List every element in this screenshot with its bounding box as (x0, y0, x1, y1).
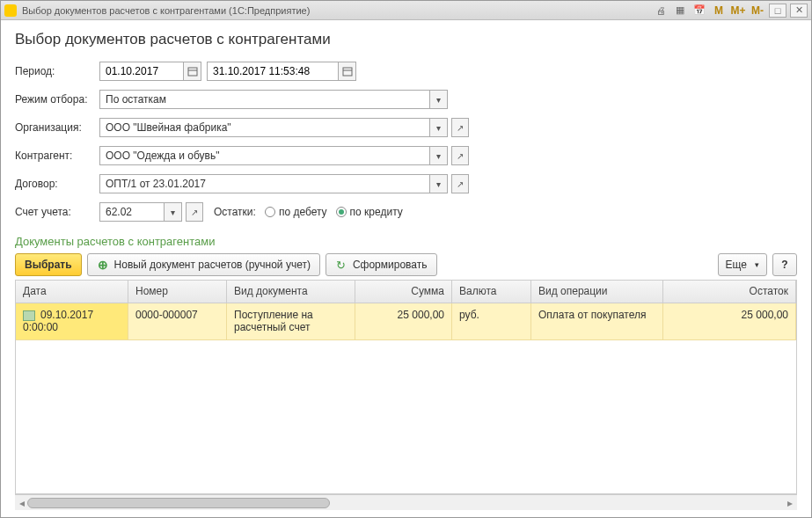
table-body: 09.10.2017 0:00:00 0000-000007 Поступлен… (16, 303, 796, 493)
filter-mode-row: Режим отбора: По остаткам ▾ (15, 89, 797, 110)
select-button[interactable]: Выбрать (15, 253, 82, 276)
page-title: Выбор документов расчетов с контрагентам… (15, 31, 797, 48)
radio-debit[interactable]: по дебету (265, 206, 327, 218)
svg-rect-2 (343, 68, 352, 76)
new-doc-button[interactable]: ⊕ Новый документ расчетов (ручной учет) (87, 253, 320, 276)
horizontal-scrollbar[interactable]: ◂ ▸ (15, 494, 797, 510)
counterparty-row: Контрагент: ООО "Одежда и обувь" ▾ ↗ (15, 145, 797, 166)
filter-mode-select[interactable]: По остаткам (99, 90, 430, 109)
radio-credit[interactable]: по кредиту (336, 206, 403, 218)
chevron-down-icon[interactable]: ▾ (430, 90, 448, 109)
chevron-down-icon[interactable]: ▾ (165, 202, 182, 222)
balances-group: Остатки: по дебету по кредиту (214, 206, 403, 218)
account-input[interactable]: 62.02 (99, 202, 165, 222)
org-wrap: ООО "Швейная фабрика" ▾ ↗ (99, 118, 469, 137)
radio-icon (336, 207, 347, 217)
balances-label: Остатки: (214, 206, 256, 218)
app-icon (4, 4, 17, 17)
table-row[interactable]: 09.10.2017 0:00:00 0000-000007 Поступлен… (16, 303, 796, 340)
document-icon (23, 310, 35, 321)
cell-operation: Оплата от покупателя (531, 303, 663, 340)
contract-input[interactable]: ОПТ/1 от 23.01.2017 (99, 174, 430, 193)
counterparty-wrap: ООО "Одежда и обувь" ▾ ↗ (99, 146, 469, 165)
help-button[interactable]: ? (772, 253, 797, 276)
chevron-down-icon: ▾ (755, 260, 759, 269)
filter-mode-wrap: По остаткам ▾ (99, 90, 448, 109)
maximize-button[interactable]: □ (769, 4, 786, 18)
period-row: Период: (15, 61, 797, 82)
counterparty-label: Контрагент: (15, 150, 99, 162)
org-label: Организация: (15, 121, 99, 134)
counterparty-input[interactable]: ООО "Одежда и обувь" (99, 146, 430, 165)
scroll-right-icon[interactable]: ▸ (785, 497, 795, 509)
cell-balance: 25 000,00 (663, 303, 796, 340)
chevron-down-icon[interactable]: ▾ (430, 146, 448, 165)
calendar-icon[interactable] (339, 62, 356, 81)
calendar-icon[interactable] (184, 62, 201, 81)
th-number[interactable]: Номер (128, 281, 227, 303)
cell-sum: 25 000,00 (355, 303, 452, 340)
period-to-input[interactable] (207, 62, 339, 81)
app-window: Выбор документов расчетов с контрагентам… (0, 0, 812, 518)
period-label: Период: (15, 65, 99, 77)
period-from-input[interactable] (99, 62, 184, 81)
account-row: Счет учета: 62.02 ▾ ↗ Остатки: по дебету… (15, 201, 797, 223)
cell-currency: руб. (452, 303, 531, 340)
scroll-left-icon[interactable]: ◂ (17, 497, 27, 509)
period-to-wrap (207, 62, 356, 81)
toolbar: Выбрать ⊕ Новый документ расчетов (ручно… (15, 253, 797, 276)
radio-icon (265, 207, 275, 217)
org-row: Организация: ООО "Швейная фабрика" ▾ ↗ (15, 117, 797, 138)
cell-number: 0000-000007 (128, 303, 227, 340)
window-title: Выбор документов расчетов с контрагентам… (22, 5, 653, 16)
contract-row: Договор: ОПТ/1 от 23.01.2017 ▾ ↗ (15, 173, 797, 194)
contract-label: Договор: (15, 178, 99, 190)
calendar-icon[interactable]: 📅 (691, 4, 707, 18)
titlebar: Выбор документов расчетов с контрагентам… (1, 1, 811, 20)
th-operation[interactable]: Вид операции (531, 281, 663, 303)
th-sum[interactable]: Сумма (355, 281, 452, 303)
mem-mplus-button[interactable]: M+ (730, 4, 746, 18)
more-button[interactable]: Еще▾ (718, 253, 767, 276)
open-icon[interactable]: ↗ (451, 118, 469, 137)
contract-wrap: ОПТ/1 от 23.01.2017 ▾ ↗ (99, 174, 469, 193)
cell-date: 09.10.2017 0:00:00 (16, 303, 128, 340)
th-date[interactable]: Дата (16, 281, 128, 303)
open-icon[interactable]: ↗ (451, 174, 469, 193)
documents-table: Дата Номер Вид документа Сумма Валюта Ви… (15, 280, 797, 494)
close-button[interactable]: ✕ (790, 4, 808, 18)
cell-doc-type: Поступление на расчетный счет (227, 303, 355, 340)
table-header: Дата Номер Вид документа Сумма Валюта Ви… (16, 281, 796, 303)
th-currency[interactable]: Валюта (452, 281, 531, 303)
grid-icon[interactable]: ▦ (672, 4, 688, 18)
th-doc-type[interactable]: Вид документа (227, 281, 355, 303)
plus-icon: ⊕ (97, 259, 109, 271)
chevron-down-icon[interactable]: ▾ (430, 118, 448, 137)
period-from-wrap (99, 62, 201, 81)
generate-button[interactable]: ↻ Сформировать (326, 253, 437, 276)
chevron-down-icon[interactable]: ▾ (430, 174, 448, 193)
th-balance[interactable]: Остаток (663, 281, 796, 303)
org-input[interactable]: ООО "Швейная фабрика" (99, 118, 430, 137)
open-icon[interactable]: ↗ (451, 146, 469, 165)
mem-mminus-button[interactable]: M- (750, 4, 765, 18)
account-label: Счет учета: (15, 206, 99, 218)
content-area: Выбор документов расчетов с контрагентам… (1, 20, 811, 517)
print-icon[interactable]: 🖨 (653, 4, 669, 18)
account-wrap: 62.02 ▾ ↗ (99, 202, 203, 222)
open-icon[interactable]: ↗ (186, 202, 203, 222)
mem-m-button[interactable]: M (711, 4, 727, 18)
titlebar-controls: 🖨 ▦ 📅 M M+ M- □ ✕ (653, 4, 808, 18)
filter-mode-label: Режим отбора: (15, 93, 99, 106)
section-title: Документы расчетов с контрагентами (15, 235, 797, 248)
scrollbar-thumb[interactable] (27, 498, 330, 508)
svg-rect-0 (188, 68, 197, 76)
refresh-icon: ↻ (335, 259, 347, 271)
